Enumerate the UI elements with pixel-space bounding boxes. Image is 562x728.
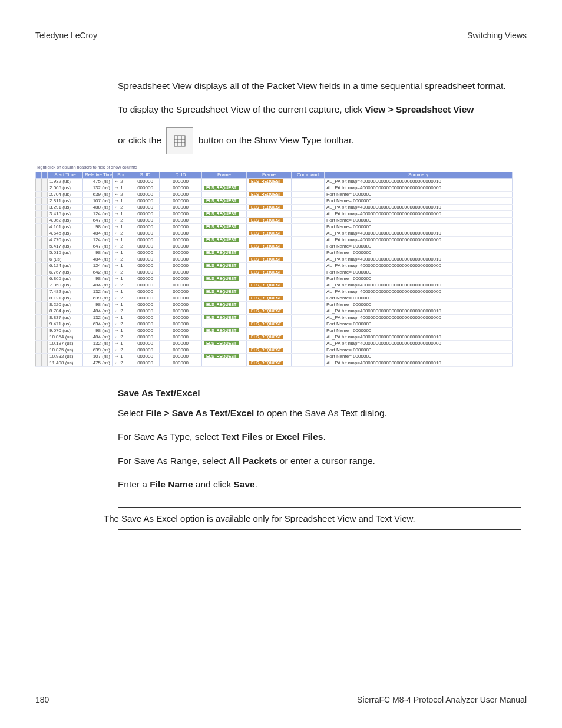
cell-did: 000000 — [160, 360, 202, 366]
spreadsheet-view-toolbar-button[interactable] — [166, 127, 193, 154]
cell-sid: 000000 — [131, 288, 160, 295]
col-sid[interactable]: S_ID — [131, 172, 160, 178]
gutter — [36, 327, 42, 334]
cell-port: ← 2 — [113, 321, 131, 327]
cell-relative-time: 639 (ns) — [83, 295, 113, 301]
cell-summary: Port Name= 0000000 — [325, 197, 513, 204]
cell-frame1: ELS_REQUEST — [202, 301, 247, 308]
cell-summary: AL_PA bit map=40000000000000000000000000… — [325, 262, 513, 269]
cell-frame2: ELS_REQUEST — [247, 360, 292, 366]
cell-relative-time: 639 (ns) — [83, 191, 113, 197]
cell-relative-time: 484 (ns) — [83, 282, 113, 288]
table-row[interactable]: 6 (us)484 (ns)← 2000000000000ELS_REQUEST… — [36, 256, 513, 262]
table-row[interactable]: 7.350 (us)484 (ns)← 2000000000000ELS_REQ… — [36, 282, 513, 288]
gutter — [42, 236, 48, 243]
cell-start-time: 6.865 (us) — [48, 275, 83, 282]
table-row[interactable]: 10.932 (us)107 (ns)→ 1000000000000ELS_RE… — [36, 353, 513, 360]
col-start-time[interactable]: Start Time — [48, 172, 83, 178]
table-row[interactable]: 7.482 (us)132 (ns)→ 1000000000000ELS_REQ… — [36, 288, 513, 295]
gutter — [42, 301, 48, 308]
cell-frame2: ELS_REQUEST — [247, 295, 292, 301]
els-request-tag: ELS_REQUEST — [204, 251, 239, 255]
col-port[interactable]: Port — [113, 172, 131, 178]
gutter — [42, 275, 48, 282]
cell-start-time: 7.482 (us) — [48, 288, 83, 295]
cell-frame2 — [247, 249, 292, 256]
table-row[interactable]: 5.515 (us)98 (ns)→ 1000000000000ELS_REQU… — [36, 249, 513, 256]
cell-did: 000000 — [160, 185, 202, 191]
gutter — [36, 191, 42, 197]
gutter — [42, 204, 48, 210]
cell-sid: 000000 — [131, 243, 160, 249]
cell-command — [292, 185, 325, 191]
col-summary[interactable]: Summary — [325, 172, 513, 178]
table-row[interactable]: 8.837 (us)132 (ns)→ 1000000000000ELS_REQ… — [36, 314, 513, 321]
table-row[interactable]: 4.770 (us)124 (ns)→ 1000000000000ELS_REQ… — [36, 236, 513, 243]
table-row[interactable]: 11.408 (us)475 (ns)← 2000000000000ELS_RE… — [36, 360, 513, 366]
table-caption: Right-click on column headers to hide or… — [35, 165, 513, 169]
col-did[interactable]: D_ID — [160, 172, 202, 178]
gutter — [42, 288, 48, 295]
els-request-tag: ELS_REQUEST — [204, 276, 239, 281]
cell-relative-time: 480 (ns) — [83, 204, 113, 210]
table-row[interactable]: 2.811 (us)107 (ns)→ 1000000000000ELS_REQ… — [36, 197, 513, 204]
cell-frame2 — [247, 275, 292, 282]
gutter — [36, 217, 42, 223]
cell-frame1 — [202, 243, 247, 249]
gutter — [36, 360, 42, 366]
els-request-tag: ELS_REQUEST — [204, 315, 239, 319]
table-row[interactable]: 8.704 (us)484 (ns)← 2000000000000ELS_REQ… — [36, 308, 513, 314]
table-row[interactable]: 2.065 (us)132 (ns)→ 1000000000000ELS_REQ… — [36, 185, 513, 191]
header-right: Switching Views — [467, 31, 527, 40]
table-row[interactable]: 3.415 (us)124 (ns)→ 1000000000000ELS_REQ… — [36, 210, 513, 217]
els-request-tag: ELS_REQUEST — [249, 205, 283, 209]
table-row[interactable]: 4.062 (us)647 (ns)← 2000000000000ELS_REQ… — [36, 217, 513, 223]
table-row[interactable]: 6.767 (us)642 (ns)← 2000000000000ELS_REQ… — [36, 269, 513, 275]
table-row[interactable]: 1.932 (us)475 (ns)← 2000000000000ELS_REQ… — [36, 178, 513, 185]
cell-relative-time: 107 (ns) — [83, 197, 113, 204]
cell-relative-time: 484 (ns) — [83, 308, 113, 314]
cell-start-time: 6.124 (us) — [48, 262, 83, 269]
col-frame1[interactable]: Frame — [202, 172, 247, 178]
spreadsheet-view-screenshot: Right-click on column headers to hide or… — [35, 165, 513, 367]
cell-summary: AL_PA bit map=40000000000000000000000000… — [325, 256, 513, 262]
table-row[interactable]: 5.417 (us)647 (ns)← 2000000000000ELS_REQ… — [36, 243, 513, 249]
cell-frame2 — [247, 340, 292, 347]
table-row[interactable]: 9.570 (us)98 (ns)→ 1000000000000ELS_REQU… — [36, 327, 513, 334]
els-request-tag: ELS_REQUEST — [204, 302, 239, 307]
cell-did: 000000 — [160, 347, 202, 353]
table-row[interactable]: 10.054 (us)484 (ns)← 2000000000000ELS_RE… — [36, 334, 513, 340]
table-row[interactable]: 8.121 (us)639 (ns)← 2000000000000ELS_REQ… — [36, 295, 513, 301]
cell-port: ← 2 — [113, 217, 131, 223]
gutter — [36, 295, 42, 301]
cell-port: ← 2 — [113, 256, 131, 262]
cell-did: 000000 — [160, 204, 202, 210]
table-row[interactable]: 4.161 (us)98 (ns)→ 1000000000000ELS_REQU… — [36, 223, 513, 230]
table-row[interactable]: 10.825 (us)639 (ns)← 2000000000000ELS_RE… — [36, 347, 513, 353]
table-row[interactable]: 9.471 (us)634 (ns)← 2000000000000ELS_REQ… — [36, 321, 513, 327]
t: to open the Save As Text dialog. — [254, 408, 386, 418]
table-row[interactable]: 6.865 (us)98 (ns)→ 1000000000000ELS_REQU… — [36, 275, 513, 282]
col-command[interactable]: Command — [292, 172, 325, 178]
table-row[interactable]: 4.645 (us)484 (ns)← 2000000000000ELS_REQ… — [36, 230, 513, 236]
table-row[interactable]: 3.291 (us)480 (ns)← 2000000000000ELS_REQ… — [36, 204, 513, 210]
col-relative-time[interactable]: Relative Time — [83, 172, 113, 178]
cell-summary: Port Name= 0000000 — [325, 347, 513, 353]
cell-port: → 1 — [113, 236, 131, 243]
table-header-row[interactable]: Start Time Relative Time Port S_ID D_ID … — [36, 172, 513, 178]
cell-sid: 000000 — [131, 327, 160, 334]
els-request-tag: ELS_REQUEST — [204, 225, 239, 229]
cell-relative-time: 475 (ns) — [83, 178, 113, 185]
table-row[interactable]: 10.187 (us)132 (ns)→ 1000000000000ELS_RE… — [36, 340, 513, 347]
cell-command — [292, 321, 325, 327]
cell-sid: 000000 — [131, 197, 160, 204]
table-row[interactable]: 6.124 (us)124 (ns)→ 1000000000000ELS_REQ… — [36, 262, 513, 269]
cell-frame1 — [202, 178, 247, 185]
cell-sid: 000000 — [131, 314, 160, 321]
gutter — [42, 347, 48, 353]
col-frame2[interactable]: Frame — [247, 172, 292, 178]
table-row[interactable]: 8.220 (us)98 (ns)→ 1000000000000ELS_REQU… — [36, 301, 513, 308]
table-row[interactable]: 2.704 (us)639 (ns)← 2000000000000ELS_REQ… — [36, 191, 513, 197]
cell-summary: AL_PA bit map=40000000000000000000000000… — [325, 314, 513, 321]
gutter — [42, 321, 48, 327]
